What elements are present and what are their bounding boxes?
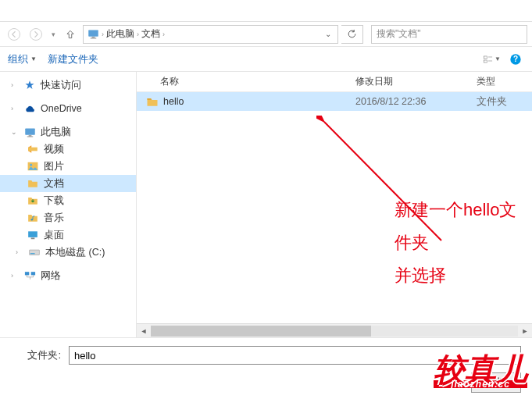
toolbar: 组织▼ 新建文件夹 ▼ ?	[0, 47, 532, 72]
videos-icon	[27, 144, 39, 155]
expand-icon: ›	[11, 81, 19, 89]
chevron-right-icon: ›	[134, 30, 141, 38]
window-titlebar	[0, 0, 532, 22]
sidebar-item-downloads[interactable]: 下载	[0, 192, 136, 209]
breadcrumb-seg[interactable]: 此电脑	[106, 27, 134, 41]
svg-point-0	[9, 28, 20, 40]
svg-rect-12	[28, 135, 31, 136]
music-icon	[27, 212, 39, 223]
chevron-down-icon: ▼	[495, 55, 501, 62]
address-bar[interactable]: › 此电脑 › 文档 › ⌄	[83, 25, 338, 44]
svg-point-1	[30, 28, 42, 40]
annotation-text: 新建一个hello文件夹 并选择	[395, 194, 532, 291]
sidebar-item-this-pc[interactable]: ⌄ 此电脑	[0, 123, 136, 141]
svg-point-16	[30, 164, 32, 166]
search-placeholder: 搜索"文档"	[377, 27, 421, 41]
column-headers[interactable]: 名称 修改日期 类型	[137, 72, 532, 92]
watermark: 较真儿 jiaozhen.cc	[434, 358, 527, 388]
svg-rect-11	[25, 128, 35, 134]
svg-rect-4	[90, 38, 96, 39]
recent-dropdown[interactable]: ▾	[48, 25, 58, 44]
svg-rect-19	[31, 238, 35, 240]
sidebar-item-disk-c[interactable]: › 本地磁盘 (C:)	[0, 244, 136, 261]
star-icon	[23, 80, 36, 91]
svg-rect-23	[30, 272, 34, 275]
documents-icon	[27, 178, 39, 189]
search-input[interactable]: 搜索"文档"	[371, 25, 527, 44]
view-options-button[interactable]: ▼	[484, 51, 501, 68]
sidebar-item-network[interactable]: › 网络	[0, 267, 136, 284]
organize-menu[interactable]: 组织▼	[8, 52, 37, 66]
scrollbar-thumb[interactable]	[151, 326, 371, 337]
horizontal-scrollbar[interactable]: ◄ ►	[137, 323, 532, 337]
expand-icon: ›	[11, 105, 19, 112]
svg-rect-18	[28, 231, 37, 237]
up-button[interactable]	[61, 25, 80, 44]
svg-rect-2	[88, 30, 98, 37]
network-icon	[23, 270, 36, 281]
expand-icon: ›	[16, 248, 23, 256]
folder-icon	[146, 97, 159, 106]
expand-icon: ›	[11, 272, 19, 280]
pc-icon	[87, 29, 99, 40]
forward-button	[27, 25, 45, 44]
svg-line-24	[324, 122, 441, 240]
svg-rect-13	[27, 136, 33, 137]
sidebar-item-videos[interactable]: 视频	[0, 141, 136, 158]
file-list[interactable]: hello 2016/8/12 22:36 文件夹 新建一个hello文件夹 并…	[137, 92, 532, 323]
desktop-icon	[27, 230, 39, 240]
file-list-pane: 名称 修改日期 类型 hello 2016/8/12 22:36 文件夹	[137, 72, 532, 337]
chevron-right-icon: ›	[99, 30, 106, 38]
file-modified: 2016/8/12 22:36	[355, 96, 477, 107]
collapse-icon: ⌄	[11, 128, 19, 136]
svg-rect-5	[484, 55, 487, 58]
sidebar-item-music[interactable]: 音乐	[0, 209, 136, 226]
pc-icon	[23, 126, 36, 137]
disk-icon	[28, 247, 41, 258]
file-row[interactable]: hello 2016/8/12 22:36 文件夹	[137, 92, 532, 111]
svg-rect-21	[30, 253, 35, 254]
downloads-icon	[27, 195, 39, 206]
address-dropdown[interactable]: ⌄	[325, 30, 334, 38]
column-modified[interactable]: 修改日期	[355, 75, 477, 88]
sidebar-item-documents[interactable]: 文档	[0, 175, 136, 192]
pictures-icon	[27, 161, 39, 172]
breadcrumb-seg[interactable]: 文档	[141, 27, 160, 41]
new-folder-button[interactable]: 新建文件夹	[48, 52, 98, 66]
file-type: 文件夹	[477, 95, 532, 109]
sidebar-item-desktop[interactable]: 桌面	[0, 226, 136, 244]
navigation-sidebar: › 快速访问 › OneDrive ⌄ 此电脑 视频	[0, 72, 137, 337]
scroll-left-icon[interactable]: ◄	[137, 327, 151, 335]
column-name[interactable]: 名称	[137, 75, 355, 88]
navigation-bar: ▾ › 此电脑 › 文档 › ⌄ 搜索"文档"	[0, 22, 532, 47]
file-name: hello	[163, 96, 184, 107]
annotation-arrow	[316, 116, 457, 252]
refresh-button[interactable]	[341, 25, 363, 44]
svg-rect-14	[28, 148, 37, 151]
folder-label: 文件夹:	[11, 348, 61, 362]
sidebar-item-quick-access[interactable]: › 快速访问	[0, 77, 136, 94]
column-type[interactable]: 类型	[477, 75, 532, 88]
help-button[interactable]: ?	[507, 51, 524, 68]
svg-rect-22	[24, 272, 28, 275]
svg-rect-6	[484, 60, 487, 62]
chevron-down-icon: ▼	[30, 55, 37, 62]
sidebar-item-onedrive[interactable]: › OneDrive	[0, 100, 136, 117]
svg-rect-20	[30, 250, 40, 255]
sidebar-item-pictures[interactable]: 图片	[0, 158, 136, 175]
chevron-right-icon: ›	[160, 30, 167, 38]
scroll-right-icon[interactable]: ►	[518, 327, 532, 335]
svg-text:?: ?	[513, 55, 518, 63]
svg-rect-3	[91, 37, 95, 37]
cloud-icon	[23, 103, 36, 114]
back-button	[5, 25, 23, 44]
